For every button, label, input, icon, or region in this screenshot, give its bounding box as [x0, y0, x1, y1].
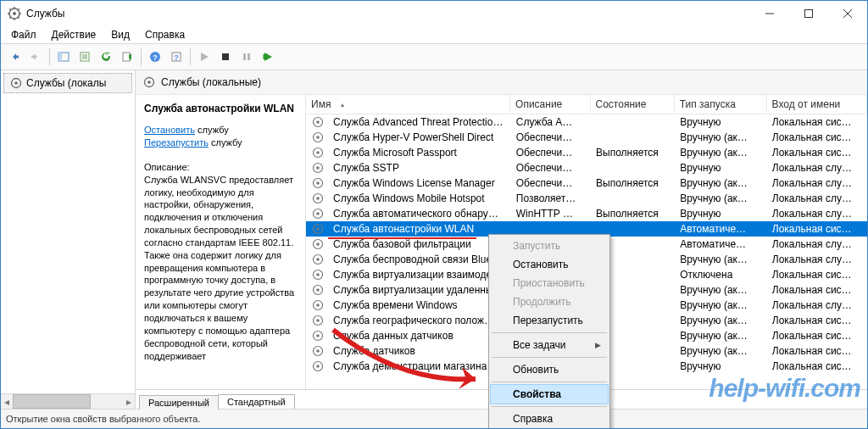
cell-logon: Локальная сис…: [767, 131, 867, 143]
services-window: Службы Файл Действие Вид Справка ? ?: [0, 0, 868, 429]
cm-all-tasks[interactable]: Все задачи▶: [491, 336, 608, 354]
service-row[interactable]: Служба Microsoft PassportОбеспечи…Выполн…: [306, 145, 867, 160]
cell-logon: Локальная слу…: [767, 238, 867, 250]
svg-rect-2: [805, 10, 813, 18]
nav-back-button[interactable]: [4, 47, 25, 67]
service-row[interactable]: Служба автоматического обнаруж…WinHTTP ……: [306, 206, 867, 221]
cell-logon: Локальная сис…: [767, 345, 867, 357]
tab-extended[interactable]: Расширенный: [139, 395, 219, 410]
tree-root-services[interactable]: Службы (локалы: [3, 73, 132, 93]
cell-logon: Локальная сис…: [767, 360, 867, 372]
cell-logon: Локальная сис…: [767, 269, 867, 281]
cell-name: Служба виртуализации удаленны…: [328, 284, 511, 296]
cell-desc: Обеспечи…: [511, 162, 591, 174]
cell-start: Вручную (ак…: [675, 177, 767, 189]
start-service-button[interactable]: [194, 47, 214, 67]
service-row[interactable]: Служба Windows License ManagerОбеспечи…В…: [306, 176, 867, 191]
stop-service-button[interactable]: [215, 47, 236, 67]
cm-pause[interactable]: Приостановить: [491, 274, 608, 292]
close-button[interactable]: [828, 1, 867, 26]
svg-rect-13: [248, 53, 250, 60]
cell-logon: Локальная слу…: [767, 192, 867, 204]
cell-start: Вручную (ак…: [675, 192, 767, 204]
cm-restart[interactable]: Перезапустить: [491, 311, 608, 330]
services-view-header: Службы (локальные): [136, 70, 867, 95]
cell-start: Вручную (ак…: [675, 147, 767, 159]
svg-point-40: [316, 273, 320, 276]
cell-name: Служба SSTP: [328, 162, 511, 174]
col-description[interactable]: Описание: [510, 95, 590, 114]
tab-standard[interactable]: Стандартный: [218, 394, 295, 409]
svg-text:?: ?: [153, 53, 158, 62]
svg-point-50: [316, 349, 320, 353]
cell-desc: Обеспечи…: [511, 177, 591, 189]
cm-help[interactable]: Справка: [491, 410, 608, 428]
cell-name: Служба Microsoft Passport: [328, 147, 511, 159]
export-button[interactable]: [117, 47, 137, 67]
properties-button[interactable]: [75, 47, 95, 67]
navigation-tree: Службы (локалы ◂▸: [1, 70, 136, 409]
cell-logon: Локальная слу…: [767, 162, 867, 174]
show-hide-tree-button[interactable]: [53, 47, 74, 67]
cell-start: Отключена: [675, 269, 767, 281]
refresh-button[interactable]: [96, 47, 116, 67]
annotation-underline: [328, 237, 476, 239]
cell-logon: Локальная слу…: [767, 177, 867, 189]
cell-state: Выполняется: [591, 208, 675, 220]
gear-icon: [9, 76, 23, 90]
pause-service-button[interactable]: [236, 47, 257, 67]
svg-point-52: [316, 365, 320, 368]
svg-point-28: [316, 181, 320, 185]
svg-point-20: [316, 120, 320, 124]
service-row[interactable]: Служба SSTPОбеспечи…ВручнуюЛокальная слу…: [306, 160, 867, 176]
restart-service-link[interactable]: Перезапустить: [144, 137, 209, 148]
menu-file[interactable]: Файл: [4, 27, 43, 42]
cell-desc: Обеспечи…: [511, 131, 591, 143]
svg-rect-6: [123, 53, 130, 61]
col-logon[interactable]: Вход от имени: [767, 95, 867, 114]
services-app-icon: [8, 7, 21, 20]
cell-desc: Обеспечи…: [511, 147, 591, 159]
menu-help[interactable]: Справка: [138, 27, 192, 42]
status-bar: Открытие окна свойств выбранного объекта…: [1, 409, 867, 428]
svg-point-38: [316, 258, 320, 261]
service-row[interactable]: Служба Advanced Threat Protectio…Служба …: [306, 114, 867, 130]
cell-start: Автоматиче…: [675, 223, 767, 235]
cm-stop[interactable]: Остановить: [491, 255, 608, 274]
cell-name: Служба демонстрации магазина: [328, 360, 511, 372]
maximize-button[interactable]: [789, 1, 828, 26]
tree-hscrollbar[interactable]: ◂▸: [1, 393, 135, 409]
minimize-button[interactable]: [750, 1, 789, 26]
gear-icon: [142, 75, 156, 89]
cell-name: Служба автоматического обнаруж…: [328, 208, 511, 220]
submenu-arrow-icon: ▶: [595, 341, 601, 349]
cm-resume[interactable]: Продолжить: [491, 292, 608, 311]
restart-service-button[interactable]: [258, 47, 278, 67]
col-name[interactable]: Имя▴: [306, 95, 510, 114]
service-row[interactable]: Служба Windows Mobile HotspotПозволяет…В…: [306, 191, 867, 206]
help2-button[interactable]: ?: [166, 47, 186, 67]
cell-name: Служба географического полож…: [328, 315, 511, 326]
help-button[interactable]: ?: [145, 47, 165, 67]
col-state[interactable]: Состояние: [591, 95, 675, 114]
menu-view[interactable]: Вид: [104, 27, 136, 42]
service-row[interactable]: Служба Hyper-V PowerShell DirectОбеспечи…: [306, 130, 867, 145]
cm-start[interactable]: Запустить: [491, 237, 608, 255]
cell-start: Вручную (ак…: [675, 254, 767, 265]
title-bar: Службы: [1, 1, 867, 26]
cell-name: Служба времени Windows: [328, 299, 511, 311]
cm-properties[interactable]: Свойства: [490, 384, 609, 404]
menu-action[interactable]: Действие: [45, 27, 103, 42]
col-startup[interactable]: Тип запуска: [675, 95, 767, 114]
svg-point-36: [316, 242, 320, 246]
cell-name: Служба данных датчиков: [328, 330, 511, 342]
stop-service-link[interactable]: Остановить: [144, 125, 195, 135]
service-info-pane: Служба автонастройки WLAN Остановить слу…: [136, 95, 306, 389]
cm-refresh[interactable]: Обновить: [491, 360, 608, 379]
cell-logon: Локальная слу…: [767, 299, 867, 311]
cell-name: Служба беспроводной связи Blue…: [328, 254, 511, 265]
cell-name: Служба Advanced Threat Protectio…: [328, 116, 511, 128]
nav-forward-button[interactable]: [25, 47, 46, 67]
status-text: Открытие окна свойств выбранного объекта…: [6, 414, 200, 424]
cell-start: Вручную (ак…: [675, 284, 767, 296]
